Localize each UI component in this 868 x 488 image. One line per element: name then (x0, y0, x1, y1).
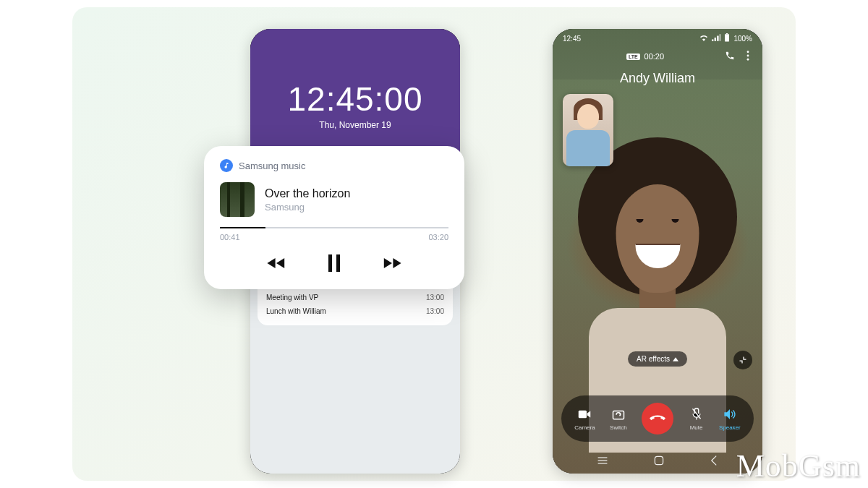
svg-point-7 (747, 59, 749, 61)
call-topbar: LTE 00:20 (553, 51, 762, 62)
clock-time: 12:45:00 (250, 80, 460, 119)
marketing-canvas: 12:45:00 Thu, November 19 Weather 23° (72, 7, 796, 481)
music-app-header: Samsung music (220, 159, 448, 172)
wifi-icon (699, 34, 708, 43)
list-item: Meeting with VP 13:00 (266, 291, 444, 304)
add-call-icon[interactable] (725, 51, 735, 62)
svg-rect-1 (328, 254, 332, 272)
home-button[interactable] (653, 455, 665, 469)
more-icon[interactable] (746, 51, 749, 62)
ar-effects-button[interactable]: AR effects (628, 351, 687, 367)
music-note-icon (220, 159, 233, 172)
svg-point-5 (747, 51, 749, 53)
music-app-name: Samsung music (239, 160, 305, 171)
switch-camera-icon (610, 406, 626, 422)
svg-rect-8 (579, 411, 587, 419)
lte-badge: LTE (626, 53, 640, 60)
back-button[interactable] (710, 455, 718, 469)
caller-name: Andy William (553, 71, 762, 86)
self-preview[interactable] (563, 94, 613, 166)
svg-point-6 (747, 55, 749, 57)
album-art (220, 182, 255, 217)
minimize-button[interactable] (733, 351, 752, 369)
pause-button[interactable] (323, 252, 346, 275)
svg-rect-3 (725, 34, 729, 41)
speaker-icon (722, 406, 738, 422)
camera-button[interactable]: Camera (574, 406, 595, 431)
svg-rect-4 (726, 33, 728, 34)
svg-rect-14 (655, 456, 663, 464)
watermark: MobGsm (736, 448, 861, 484)
phone-videocall: 12:45 100% LTE (553, 29, 762, 474)
call-duration: 00:20 (644, 52, 665, 61)
clock-date: Thu, November 19 (250, 120, 460, 130)
status-time: 12:45 (563, 35, 581, 43)
progress-bar[interactable] (220, 227, 448, 228)
mic-off-icon (689, 406, 705, 422)
next-button[interactable] (380, 252, 404, 275)
call-screen: 12:45 100% LTE (553, 29, 762, 474)
chevron-up-icon (673, 355, 678, 363)
recents-button[interactable] (597, 455, 608, 468)
navigation-bar (553, 455, 762, 469)
music-player-card[interactable]: Samsung music Over the horizon Samsung 0… (204, 146, 464, 289)
phone-hangup-icon (650, 415, 665, 422)
battery-percent: 100% (733, 35, 752, 43)
list-item: Lunch with William 13:00 (266, 304, 444, 318)
call-controls: Camera Switch Mute (561, 395, 754, 442)
svg-rect-2 (336, 254, 340, 272)
battery-icon (724, 33, 730, 43)
previous-button[interactable] (265, 252, 288, 275)
switch-camera-button[interactable]: Switch (610, 406, 627, 431)
track-artist: Samsung (265, 202, 350, 213)
time-total: 03:20 (428, 233, 448, 241)
mute-button[interactable]: Mute (689, 406, 705, 431)
end-call-button[interactable] (642, 403, 673, 435)
signal-icon (712, 34, 720, 43)
track-title: Over the horizon (265, 187, 350, 200)
time-elapsed: 00:41 (220, 233, 240, 241)
status-bar: 12:45 100% (553, 33, 762, 43)
speaker-button[interactable]: Speaker (719, 406, 741, 431)
video-icon (576, 406, 592, 422)
